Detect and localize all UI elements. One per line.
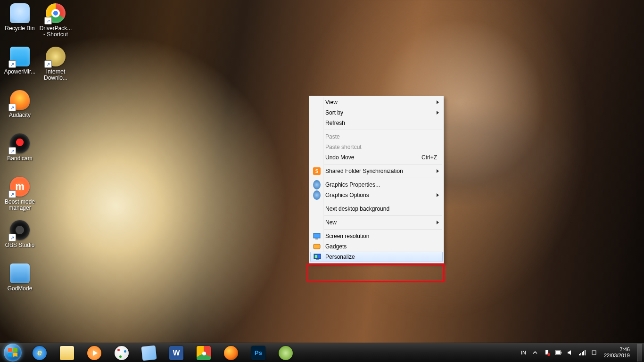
svg-rect-9: [561, 352, 561, 354]
menu-refresh[interactable]: Refresh: [310, 118, 443, 128]
icon-godmode[interactable]: GodMode: [2, 262, 38, 304]
language-indicator[interactable]: IN: [520, 350, 527, 355]
menu-separator: [324, 229, 442, 230]
menu-new[interactable]: New: [310, 217, 443, 228]
svg-rect-4: [315, 255, 317, 258]
menu-paste: Paste: [310, 132, 443, 142]
icon-label: Recycle Bin: [5, 25, 34, 32]
tray-power-icon[interactable]: [555, 349, 562, 356]
menu-personalize[interactable]: Personalize: [310, 252, 443, 262]
icon-label: Audacity: [9, 112, 31, 118]
menu-label: New: [325, 219, 337, 226]
submenu-arrow-icon: [437, 111, 439, 115]
icon-recycle-bin[interactable]: Recycle Bin: [2, 2, 38, 44]
tray-chevron-up-icon[interactable]: [531, 349, 539, 356]
menu-separator: [324, 202, 442, 202]
svg-rect-15: [585, 350, 586, 355]
svg-rect-2: [314, 244, 320, 249]
menu-gadgets[interactable]: Gadgets: [310, 241, 443, 252]
paint-icon: [115, 346, 129, 360]
icon-apowermirror[interactable]: ↗ ApowerMir...: [2, 45, 38, 88]
svg-rect-13: [582, 352, 583, 355]
taskbar-internet-explorer[interactable]: e: [26, 344, 53, 362]
show-desktop-button[interactable]: [637, 344, 642, 362]
taskbar-paint[interactable]: [108, 344, 135, 362]
icon-label: ApowerMir...: [4, 69, 36, 75]
menu-label: Gadgets: [325, 243, 347, 250]
taskbar-file-explorer[interactable]: [54, 344, 80, 362]
tray-network-icon[interactable]: [578, 349, 586, 356]
firefox-icon: [224, 346, 238, 360]
word-icon: W: [169, 346, 183, 360]
photoshop-icon: Ps: [251, 346, 265, 360]
menu-graphics-properties[interactable]: Graphics Properties...: [310, 180, 443, 190]
taskbar-pinned-apps: e W Ps: [25, 343, 299, 362]
personalize-icon: [314, 253, 321, 261]
menu-label: Graphics Options: [325, 192, 369, 198]
taskbar-word[interactable]: W: [163, 344, 190, 362]
submenu-arrow-icon: [437, 193, 439, 197]
taskbar-sticky-notes[interactable]: [136, 344, 162, 362]
media-player-icon: [87, 346, 101, 360]
menu-next-desktop-background[interactable]: Next desktop background: [310, 204, 443, 214]
icon-obs-studio[interactable]: ↗ OBS Studio: [2, 219, 38, 261]
tray-mystery-icon[interactable]: [590, 349, 598, 356]
explorer-icon: [60, 346, 74, 360]
menu-separator: [324, 178, 442, 178]
submenu-arrow-icon: [437, 100, 439, 104]
svg-point-7: [547, 353, 550, 356]
tray-action-center-icon[interactable]: [543, 349, 551, 356]
menu-label: Next desktop background: [325, 206, 389, 212]
menu-undo-move[interactable]: Undo Move Ctrl+Z: [310, 152, 443, 163]
intel-icon: [313, 181, 321, 189]
taskbar: e W Ps IN 7:46 22/03/2019: [0, 343, 644, 362]
menu-label: Graphics Properties...: [325, 181, 380, 188]
icon-label: Bandicam: [7, 156, 32, 162]
shortcut-arrow-icon: ↗: [44, 17, 52, 25]
menu-screen-resolution[interactable]: Screen resolution: [310, 231, 443, 241]
menu-label: Paste: [325, 133, 340, 140]
ie-icon: e: [33, 346, 47, 360]
icon-boost-mode[interactable]: m ↗ Boost mode manager: [2, 175, 38, 218]
menu-label: Refresh: [325, 120, 345, 126]
shared-folder-icon: S: [313, 167, 321, 175]
svg-rect-16: [592, 351, 596, 354]
shortcut-arrow-icon: ↗: [44, 60, 52, 68]
icon-label: DriverPack... - Shortcut: [38, 25, 73, 38]
menu-label: Sort by: [325, 109, 343, 116]
shortcut-arrow-icon: ↗: [8, 60, 16, 68]
annotation-highlight: [307, 263, 445, 282]
menu-separator: [324, 164, 442, 165]
menu-shortcut: Ctrl+Z: [421, 154, 437, 161]
menu-graphics-options[interactable]: Graphics Options: [310, 190, 443, 200]
menu-label: Screen resolution: [325, 233, 369, 239]
menu-view[interactable]: View: [310, 97, 443, 107]
desktop-context-menu: View Sort by Refresh Paste Paste shortcu…: [309, 96, 444, 263]
desktop-background[interactable]: Recycle Bin ↗ DriverPack... - Shortcut ↗…: [0, 0, 644, 343]
clock-date: 22/03/2019: [604, 353, 630, 359]
menu-sort-by[interactable]: Sort by: [310, 107, 443, 118]
start-button[interactable]: [0, 343, 25, 362]
icon-driverpack[interactable]: ↗ DriverPack... - Shortcut: [38, 2, 74, 44]
icon-audacity[interactable]: ↗ Audacity: [2, 89, 38, 131]
recycle-bin-icon: [10, 3, 30, 23]
icon-label: GodMode: [8, 286, 33, 292]
taskbar-media-player[interactable]: [81, 344, 107, 362]
menu-paste-shortcut: Paste shortcut: [310, 142, 443, 152]
gadgets-icon: [313, 243, 321, 250]
svg-rect-10: [556, 351, 560, 354]
icon-bandicam[interactable]: ↗ Bandicam: [2, 132, 38, 174]
taskbar-photoshop[interactable]: Ps: [245, 344, 272, 362]
taskbar-chrome[interactable]: [190, 344, 217, 362]
submenu-arrow-icon: [437, 221, 439, 224]
taskbar-coreldraw[interactable]: [272, 344, 299, 362]
taskbar-clock[interactable]: 7:46 22/03/2019: [602, 346, 633, 359]
godmode-icon: [10, 263, 30, 283]
menu-separator: [324, 215, 442, 216]
menu-label: Undo Move: [325, 154, 354, 161]
menu-shared-folder-sync[interactable]: S Shared Folder Synchronization: [310, 166, 443, 176]
tray-volume-icon[interactable]: [567, 349, 574, 356]
icon-idm[interactable]: ↗ Internet Downlo...: [38, 45, 74, 88]
menu-label: Paste shortcut: [325, 144, 362, 150]
taskbar-firefox[interactable]: [218, 344, 244, 362]
